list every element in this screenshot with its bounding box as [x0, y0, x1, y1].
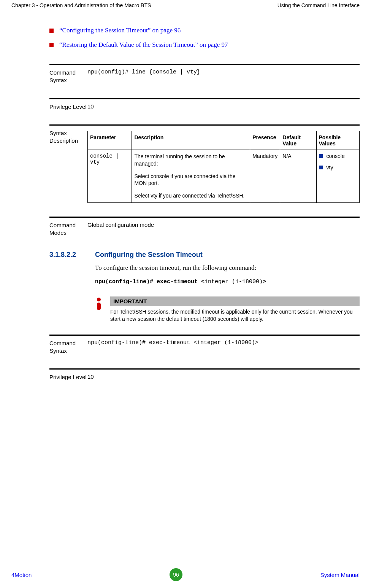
- def-label: Command Syntax: [49, 339, 87, 355]
- col-presence: Presence: [250, 131, 280, 150]
- page-number-badge: 96: [170, 568, 182, 581]
- syntax-description-block: Syntax Description Parameter Description…: [49, 124, 360, 203]
- possible-value-text: console: [327, 153, 345, 159]
- footer-product[interactable]: 4Motion: [11, 572, 32, 578]
- privilege-level-value: 10: [87, 373, 360, 381]
- cross-reference-item: “Configuring the Session Timeout” on pag…: [49, 27, 360, 34]
- cell-presence: Mandatory: [250, 150, 280, 202]
- page-header: Chapter 3 - Operation and Administration…: [11, 0, 360, 10]
- intro-paragraph: To configure the session timeout, run th…: [95, 264, 360, 272]
- col-parameter: Parameter: [88, 131, 132, 150]
- def-label: Syntax Description: [49, 129, 87, 203]
- square-bullet-icon: [49, 29, 54, 33]
- command-modes-value: Global configuration mode: [87, 221, 360, 237]
- def-label: Command Syntax: [49, 69, 87, 84]
- privilege-level-block: Privilege Level 10: [49, 98, 360, 111]
- command-modes-block: Command Modes Global configuration mode: [49, 217, 360, 237]
- table-header-row: Parameter Description Presence Default V…: [88, 131, 360, 150]
- cmd-bold-end: >: [263, 279, 266, 285]
- cell-possible-values: console vty: [316, 150, 360, 202]
- svg-point-0: [97, 298, 101, 301]
- command-syntax-value: npu(config-line)# exec-timeout <integer …: [87, 339, 360, 355]
- command-syntax-block: Command Syntax npu(config)# line {consol…: [49, 64, 360, 84]
- important-callout: IMPORTANT For Telnet/SSH sessions, the m…: [95, 296, 360, 323]
- square-bullet-icon: [319, 166, 323, 169]
- cross-reference-link[interactable]: “Restoring the Default Value of the Sess…: [59, 41, 228, 49]
- important-body: For Telnet/SSH sessions, the modified ti…: [110, 306, 360, 323]
- page-footer: 4Motion 96 System Manual: [11, 565, 360, 581]
- footer-manual-link[interactable]: System Manual: [320, 572, 360, 578]
- desc-line: Select vty if you are connected via Teln…: [134, 192, 247, 199]
- header-chapter: Chapter 3 - Operation and Administration…: [11, 2, 151, 8]
- possible-value-item: vty: [319, 164, 357, 171]
- section-number: 3.1.8.2.2: [49, 251, 95, 259]
- cell-parameter: console | vty: [88, 150, 132, 202]
- important-header: IMPORTANT: [110, 296, 360, 306]
- def-label: Privilege Level: [49, 103, 87, 111]
- section-heading: 3.1.8.2.2 Configuring the Session Timeou…: [49, 251, 360, 259]
- section-title: Configuring the Session Timeout: [95, 251, 203, 259]
- important-content: IMPORTANT For Telnet/SSH sessions, the m…: [110, 296, 360, 323]
- syntax-description-table-wrap: Parameter Description Presence Default V…: [87, 129, 360, 203]
- privilege-level-value: 10: [87, 103, 360, 111]
- cross-reference-list: “Configuring the Session Timeout” on pag…: [49, 27, 360, 49]
- table-row: console | vty The terminal running the s…: [88, 150, 360, 202]
- header-section: Using the Command Line Interface: [277, 2, 360, 8]
- possible-value-item: console: [319, 153, 357, 159]
- cross-reference-item: “Restoring the Default Value of the Sess…: [49, 41, 360, 49]
- def-label: Privilege Level: [49, 373, 87, 381]
- possible-value-text: vty: [327, 164, 333, 171]
- desc-line: The terminal running the session to be m…: [134, 153, 247, 167]
- col-possible-values: Possible Values: [316, 131, 360, 150]
- col-description: Description: [132, 131, 250, 150]
- cmd-plain-part: integer (1-18000): [205, 279, 263, 285]
- command-syntax-block: Command Syntax npu(config-line)# exec-ti…: [49, 335, 360, 355]
- cmd-bold-part: npu(config-line)# exec-timeout <: [95, 279, 205, 285]
- cell-default: N/A: [280, 150, 316, 202]
- info-icon: [95, 296, 110, 323]
- cell-description: The terminal running the session to be m…: [132, 150, 250, 202]
- svg-rect-1: [97, 303, 101, 310]
- privilege-level-block: Privilege Level 10: [49, 368, 360, 381]
- desc-line: Select console if you are connected via …: [134, 173, 247, 187]
- col-default-value: Default Value: [280, 131, 316, 150]
- square-bullet-icon: [49, 43, 54, 47]
- cross-reference-link[interactable]: “Configuring the Session Timeout” on pag…: [59, 27, 181, 34]
- def-label: Command Modes: [49, 221, 87, 237]
- content-area: “Configuring the Session Timeout” on pag…: [11, 10, 360, 381]
- square-bullet-icon: [319, 154, 323, 158]
- command-syntax-value: npu(config)# line {console | vty}: [87, 69, 360, 84]
- command-example: npu(config-line)# exec-timeout <integer …: [95, 279, 360, 285]
- syntax-description-table: Parameter Description Presence Default V…: [87, 131, 360, 203]
